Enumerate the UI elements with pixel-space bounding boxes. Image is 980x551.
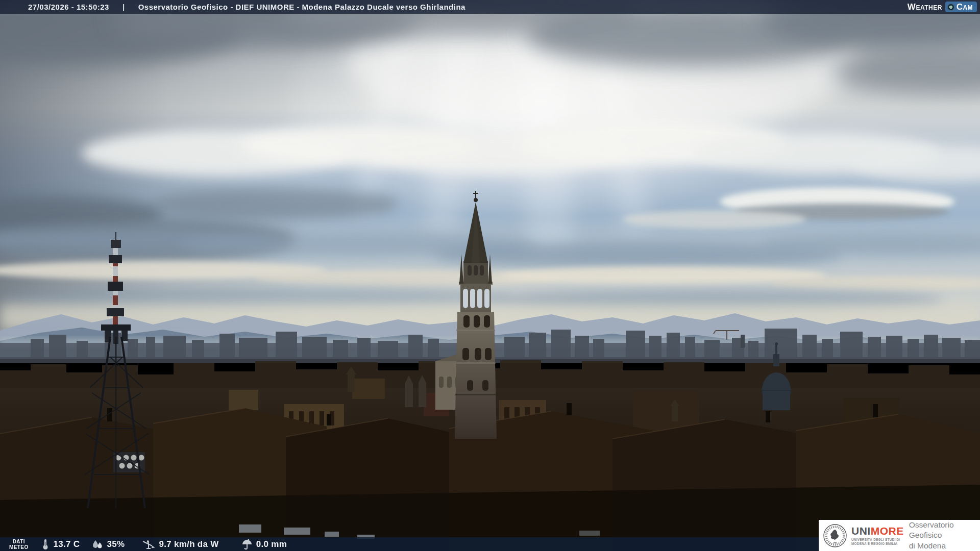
temperature-value: 13.7 C	[54, 539, 80, 549]
university-name-line1: UNIVERSITÀ DEGLI STUDI DI	[851, 538, 904, 542]
precipitation-value: 0.0 mm	[256, 539, 287, 549]
wind-vane-icon	[142, 539, 155, 549]
unimore-more: MORE	[871, 525, 904, 537]
unimore-seal-icon	[823, 523, 847, 548]
university-name-line2: MODENA E REGGIO EMILIA	[851, 542, 904, 546]
modena-scene	[0, 0, 980, 551]
observatory-name-line1: Osservatorio Geofisico	[909, 520, 980, 540]
humidity-value: 35%	[107, 539, 125, 549]
umbrella-icon	[241, 539, 253, 550]
weathercam-badge: Cam	[945, 2, 977, 12]
humidity-metric: 35%	[92, 539, 125, 549]
temperature-metric: 13.7 C	[41, 539, 80, 550]
timestamp: 27/03/2026 - 15:50:23	[28, 3, 109, 11]
dati-meteo-label: DATI METEO	[9, 539, 29, 550]
unimore-wordmark: UNIMORE	[851, 525, 904, 536]
webcam-photo	[0, 0, 980, 551]
thermometer-icon	[41, 539, 50, 550]
university-name: UNIVERSITÀ DEGLI STUDI DI MODENA E REGGI…	[851, 538, 904, 546]
camera-title: Osservatorio Geofisico - DIEF UNIMORE - …	[138, 3, 465, 11]
unimore-uni: UNI	[851, 525, 871, 537]
weathercam-word: Weather	[908, 2, 942, 12]
observatory-name-line2: di Modena	[909, 541, 980, 551]
observatory-name: Osservatorio Geofisico di Modena	[909, 520, 980, 550]
unimore-logotype: UNIMORE UNIVERSITÀ DEGLI STUDI DI MODENA…	[851, 525, 904, 546]
dati-meteo-line1: DATI	[13, 539, 25, 544]
separator: |	[122, 3, 125, 11]
webcam-view: 27/03/2026 - 15:50:23 | Osservatorio Geo…	[0, 0, 980, 551]
camera-lens-icon	[947, 4, 954, 11]
dati-meteo-line2: METEO	[9, 544, 29, 550]
small-spire	[741, 335, 745, 348]
weathercam-logo: Weather Cam	[908, 2, 977, 12]
top-bar: 27/03/2026 - 15:50:23 | Osservatorio Geo…	[0, 0, 980, 14]
unimore-branding: UNIMORE UNIVERSITÀ DEGLI STUDI DI MODENA…	[819, 520, 980, 551]
wind-value: 9.7 km/h da W	[159, 539, 218, 549]
wind-metric: 9.7 km/h da W	[142, 539, 218, 549]
weathercam-cam-word: Cam	[957, 2, 973, 12]
humidity-icon	[92, 539, 103, 549]
precipitation-metric: 0.0 mm	[241, 539, 287, 550]
